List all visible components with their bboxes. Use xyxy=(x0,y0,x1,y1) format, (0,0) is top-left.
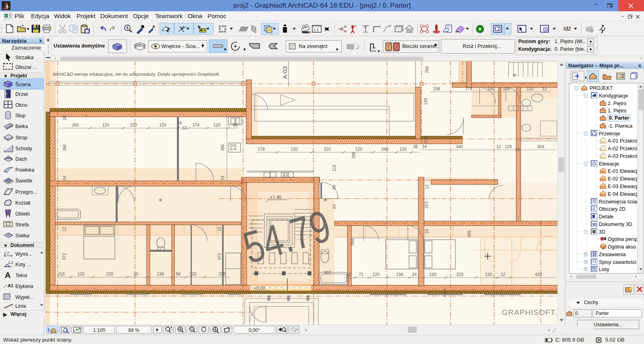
svg-text:223: 223 xyxy=(424,201,429,209)
svg-text:100: 100 xyxy=(487,86,494,91)
svg-text:120: 120 xyxy=(213,122,220,127)
svg-text:71: 71 xyxy=(359,272,364,277)
svg-text:24: 24 xyxy=(412,272,417,277)
svg-text:A1: A1 xyxy=(8,283,13,288)
svg-text:372: 372 xyxy=(62,253,66,260)
svg-text:24: 24 xyxy=(424,229,429,234)
svg-text:440: 440 xyxy=(456,144,463,149)
svg-text:304: 304 xyxy=(537,144,544,149)
svg-text:220: 220 xyxy=(456,272,463,277)
svg-text:56: 56 xyxy=(176,271,181,276)
svg-text:24: 24 xyxy=(515,147,520,152)
svg-text:1 2: 1 2 xyxy=(314,28,319,32)
svg-text:1.2: 1.2 xyxy=(4,251,9,255)
svg-text:24: 24 xyxy=(220,176,225,180)
svg-text:12: 12 xyxy=(542,86,547,91)
svg-text:✳: ✳ xyxy=(158,197,162,203)
svg-text:90: 90 xyxy=(332,185,337,190)
svg-text:12: 12 xyxy=(217,227,222,232)
svg-text:396: 396 xyxy=(62,144,67,151)
svg-text:✳: ✳ xyxy=(513,73,517,78)
svg-text:24: 24 xyxy=(332,204,337,209)
svg-text:178: 178 xyxy=(258,147,265,151)
svg-text:396: 396 xyxy=(220,144,225,151)
svg-text:110: 110 xyxy=(58,271,65,276)
svg-text:38: 38 xyxy=(413,144,418,149)
svg-text:236: 236 xyxy=(218,271,226,276)
svg-text:120: 120 xyxy=(485,272,492,277)
svg-text:120: 120 xyxy=(77,271,85,276)
svg-text:12: 12 xyxy=(501,272,505,277)
svg-text:220: 220 xyxy=(106,271,113,276)
svg-text:20: 20 xyxy=(133,271,138,276)
svg-text:12: 12 xyxy=(182,125,187,130)
svg-text:260: 260 xyxy=(381,147,388,151)
svg-text:1.2: 1.2 xyxy=(8,261,13,265)
svg-text:174: 174 xyxy=(192,122,199,127)
svg-text:120: 120 xyxy=(159,122,166,127)
svg-text:138: 138 xyxy=(157,271,164,276)
svg-text:126: 126 xyxy=(505,144,512,149)
svg-text:220: 220 xyxy=(324,147,331,151)
svg-text:120: 120 xyxy=(291,147,298,151)
svg-text:3D: 3D xyxy=(592,222,597,226)
svg-text:34: 34 xyxy=(177,120,182,125)
svg-text:120: 120 xyxy=(372,272,380,277)
svg-text:12: 12 xyxy=(496,144,501,149)
svg-text:✳: ✳ xyxy=(323,197,327,203)
svg-text:260: 260 xyxy=(424,66,429,73)
svg-text:174: 174 xyxy=(465,86,472,91)
svg-text:207: 207 xyxy=(324,270,331,275)
svg-text:110: 110 xyxy=(332,164,337,171)
svg-text:220: 220 xyxy=(130,122,137,127)
svg-text:106: 106 xyxy=(503,86,510,91)
svg-text:24: 24 xyxy=(62,176,67,180)
svg-text:196: 196 xyxy=(396,272,403,277)
svg-text:12: 12 xyxy=(424,184,429,189)
svg-text:372: 372 xyxy=(217,253,222,260)
svg-text:A: A xyxy=(5,271,10,280)
svg-text:+0.00: +0.00 xyxy=(254,286,265,290)
svg-text:120: 120 xyxy=(399,147,407,151)
svg-text:•: • xyxy=(85,114,87,118)
svg-text:366: 366 xyxy=(350,238,355,246)
svg-text:ArchiCAD wersja edukacyjna, ni: ArchiCAD wersja edukacyjna, nie do odspr… xyxy=(53,72,220,77)
svg-text:432: 432 xyxy=(535,272,542,277)
svg-text:GRAPHISOFT.: GRAPHISOFT. xyxy=(502,308,557,317)
svg-text:86: 86 xyxy=(233,122,238,127)
svg-text:24: 24 xyxy=(422,144,427,149)
svg-text:26: 26 xyxy=(62,116,67,120)
svg-text:198: 198 xyxy=(433,86,440,91)
svg-text:415: 415 xyxy=(423,136,428,143)
svg-text:A-03: A-03 xyxy=(281,66,288,79)
svg-text:120: 120 xyxy=(423,98,428,105)
svg-text:120: 120 xyxy=(355,147,362,151)
svg-text:188: 188 xyxy=(351,152,356,159)
svg-text:120: 120 xyxy=(102,122,109,127)
svg-text:132: 132 xyxy=(526,86,534,91)
svg-text:120: 120 xyxy=(189,271,197,276)
svg-text:260: 260 xyxy=(72,122,79,127)
svg-text:366: 366 xyxy=(467,230,472,238)
svg-text:12: 12 xyxy=(346,272,351,277)
svg-text:120: 120 xyxy=(429,272,436,277)
svg-text:+1.40: +1.40 xyxy=(270,195,281,199)
svg-text:12: 12 xyxy=(62,227,66,232)
